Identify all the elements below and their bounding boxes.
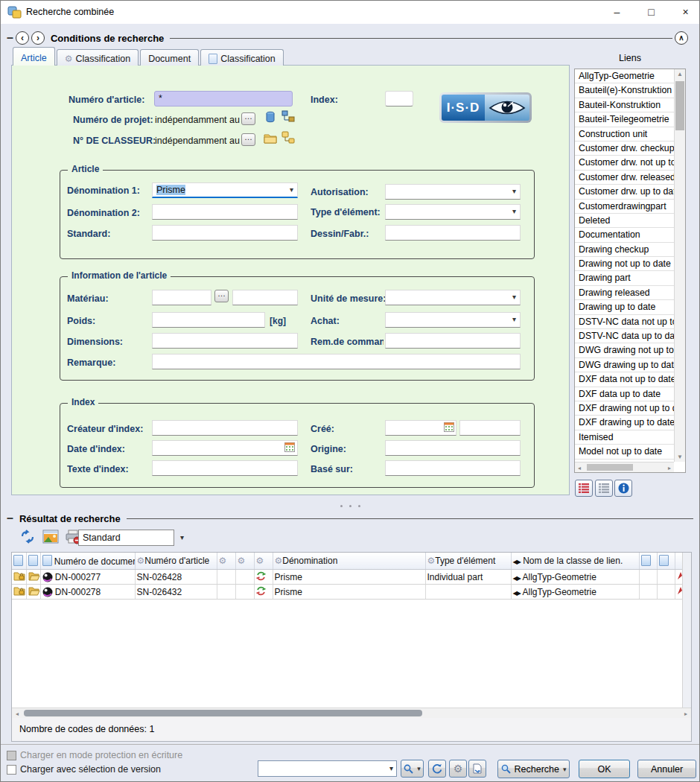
tab-classification-document[interactable]: Classification — [200, 49, 284, 66]
splitter-handle[interactable] — [340, 505, 361, 508]
liens-item[interactable]: Bauteil-Konstruktion — [575, 98, 674, 112]
collapse-results-button[interactable]: – — [7, 512, 13, 525]
project-structure-icon[interactable] — [281, 110, 295, 123]
liens-item[interactable]: DXF data up to date — [575, 387, 674, 401]
result-row[interactable]: DN-000277 SN-026428 Prisme Individual pa… — [12, 570, 682, 585]
reset-button[interactable] — [428, 760, 446, 778]
col-doc-icon4[interactable] — [657, 553, 675, 570]
liens-item[interactable]: Itemised — [575, 430, 674, 445]
scrollbar-thumb[interactable] — [587, 464, 633, 471]
liens-item[interactable]: Construction unit — [575, 127, 674, 142]
document-search-button[interactable] — [468, 760, 486, 778]
liens-item[interactable]: Customerdrawingpart — [575, 200, 674, 214]
liens-item[interactable]: DXF drawing not up to date — [575, 401, 674, 416]
scroll-right-icon[interactable]: ▸ — [683, 711, 689, 717]
index-input[interactable] — [385, 91, 413, 107]
scrollbar-thumb[interactable] — [24, 710, 422, 716]
ok-button[interactable]: OK — [579, 760, 630, 778]
texte-index-input[interactable] — [152, 460, 298, 476]
liens-item[interactable]: Bauteil(e)-Konstruktion — [575, 83, 674, 98]
scroll-left-button[interactable]: ‹ — [16, 31, 29, 45]
liens-item[interactable]: Drawing not up to date — [575, 257, 674, 271]
base-sur-input[interactable] — [385, 460, 521, 476]
results-vertical-scrollbar[interactable] — [682, 553, 691, 708]
close-button[interactable]: × — [669, 1, 700, 23]
type-element-combobox[interactable] — [385, 204, 521, 220]
col-clipped[interactable] — [675, 553, 682, 570]
scroll-up-icon[interactable]: ▲ — [675, 71, 685, 77]
projet-browse-button[interactable]: … — [241, 112, 255, 125]
date-index-input[interactable] — [152, 440, 298, 456]
scroll-left-icon[interactable]: ◂ — [14, 711, 20, 717]
results-horizontal-scrollbar[interactable]: ◂ ▸ — [12, 708, 691, 718]
dimensions-input[interactable] — [152, 333, 298, 349]
maximize-button[interactable]: □ — [634, 1, 668, 23]
scroll-left-icon[interactable]: ◂ — [576, 465, 582, 471]
liens-item[interactable]: DWG drawing not up to date — [575, 343, 674, 357]
col-attr2[interactable]: ⚙ — [235, 553, 254, 570]
liens-item[interactable]: DWG drawing up to date — [575, 358, 674, 372]
remarque-input[interactable] — [152, 354, 521, 369]
classeur-value[interactable]: indépendamment au — [155, 136, 240, 146]
origine-input[interactable] — [385, 440, 521, 456]
standard-input[interactable] — [152, 225, 298, 241]
refresh-results-icon[interactable] — [19, 530, 36, 544]
materiau-input1[interactable] — [152, 290, 211, 305]
minimize-button[interactable]: – — [600, 1, 634, 23]
liens-item[interactable]: DSTV-NC data up to date — [575, 329, 674, 343]
liens-item[interactable]: Drawing part — [575, 271, 674, 285]
liens-item[interactable]: DXF data not up to date — [575, 372, 674, 387]
col-attr3[interactable]: ⚙ — [254, 553, 273, 570]
classification-search-button[interactable]: ⚙ — [449, 760, 467, 778]
liens-item[interactable]: Drawing released — [575, 286, 674, 300]
liens-vertical-scrollbar[interactable]: ▲ ▼ — [674, 69, 685, 462]
folder-structure-icon[interactable] — [281, 131, 295, 144]
image-preview-icon[interactable] — [42, 530, 59, 544]
tab-classification-article[interactable]: ⚙ Classification — [57, 49, 139, 66]
list-view-gray-button[interactable] — [595, 480, 613, 497]
cree-input2[interactable] — [459, 420, 521, 436]
col-classe-lien[interactable]: ◀▶ Nom de la classe de lien. — [511, 553, 639, 570]
tab-document[interactable]: Document — [140, 49, 199, 66]
tab-article[interactable]: Article — [13, 47, 55, 66]
project-database-icon[interactable] — [264, 111, 277, 124]
unite-combobox[interactable] — [385, 290, 521, 305]
result-view-combobox[interactable]: Standard — [78, 530, 174, 546]
scroll-down-icon[interactable]: ▼ — [675, 454, 685, 460]
scroll-right-icon[interactable]: ▸ — [666, 465, 672, 471]
materiau-browse-button[interactable]: … — [214, 290, 229, 302]
numero-article-input[interactable]: * — [154, 91, 293, 107]
col-doc-icon3[interactable] — [639, 553, 657, 570]
write-protect-checkbox[interactable] — [7, 751, 16, 760]
col-attr1[interactable]: ⚙ — [217, 553, 235, 570]
scrollbar-thumb[interactable] — [675, 81, 684, 130]
liens-item[interactable]: DSTV-NC data not up to date — [575, 315, 674, 329]
saved-search-combobox[interactable] — [258, 760, 397, 777]
liens-item[interactable]: Customer drw. checkup — [575, 142, 674, 156]
save-search-button[interactable]: ▾ — [401, 760, 424, 778]
col-doc-icon[interactable] — [12, 553, 26, 570]
recherche-button[interactable]: Recherche ▾ — [497, 760, 570, 778]
col-type-element[interactable]: ⚙Type d'élément — [425, 553, 511, 570]
liens-item[interactable]: Customer drw. not up to date — [575, 156, 674, 170]
collapse-conditions-button[interactable]: ∧ — [675, 31, 688, 45]
folder-icon[interactable] — [264, 132, 277, 144]
liens-item[interactable]: Documentation — [575, 228, 674, 242]
liens-item[interactable]: Model not up to date — [575, 445, 674, 459]
cancel-button[interactable]: Annuler — [637, 760, 696, 778]
liens-item[interactable]: AllgTyp-Geometrie — [575, 69, 674, 83]
col-article-number[interactable]: ⚙Numéro d'article — [135, 553, 217, 570]
scroll-right-button[interactable]: › — [31, 31, 45, 45]
col-doc-icon2[interactable] — [26, 553, 40, 570]
liens-item[interactable]: Customer drw. released — [575, 171, 674, 185]
numero-projet-value[interactable]: indépendamment au — [155, 115, 240, 125]
liens-item[interactable]: DXF drawing up to date — [575, 416, 674, 430]
col-denomination[interactable]: ⚙Dénomination — [273, 553, 425, 570]
poids-input[interactable] — [152, 312, 265, 328]
denomination2-input[interactable] — [152, 204, 298, 220]
liens-item[interactable]: Drawing up to date — [575, 300, 674, 314]
liens-item[interactable]: Drawing checkup — [575, 243, 674, 257]
createur-index-input[interactable] — [152, 420, 298, 436]
denomination1-combobox[interactable]: Prisme — [152, 182, 298, 198]
autorisation-combobox[interactable] — [385, 184, 521, 200]
